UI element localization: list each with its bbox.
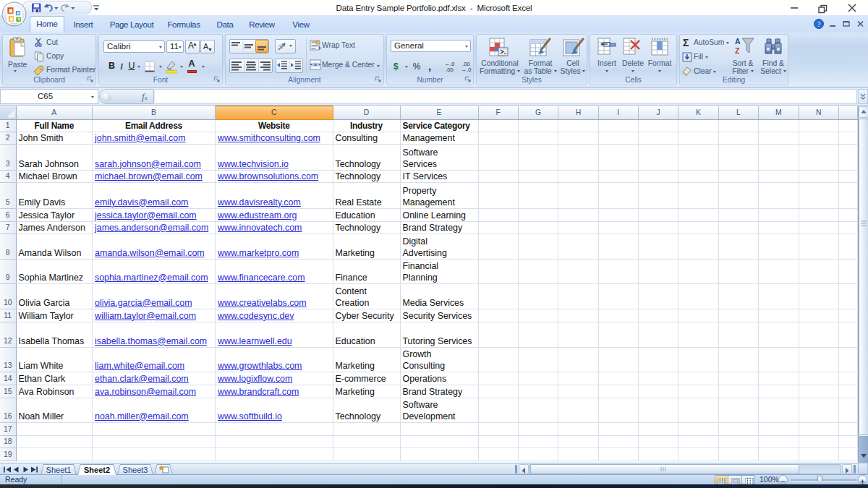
svg-text:?: ? bbox=[817, 21, 820, 28]
